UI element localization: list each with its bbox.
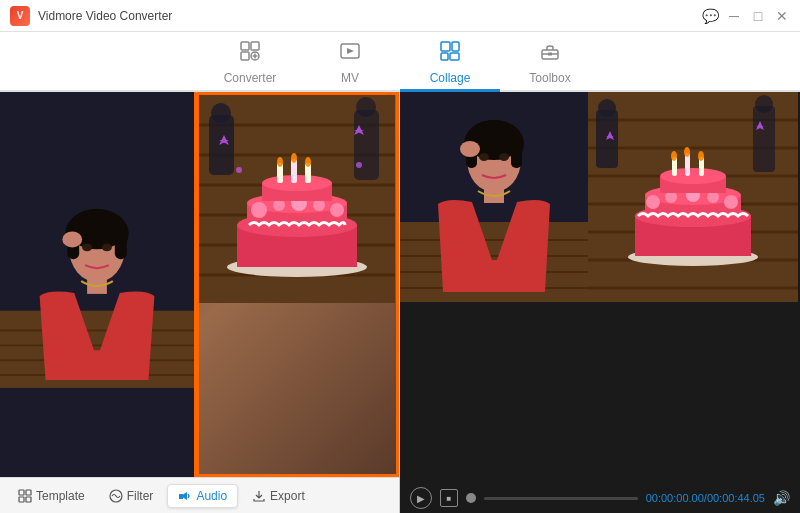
window-controls: 💬 ─ □ ✕ [702, 8, 790, 24]
app-logo: V [10, 6, 30, 26]
svg-point-37 [211, 103, 231, 123]
tab-collage[interactable]: Collage [400, 36, 500, 92]
svg-rect-24 [115, 229, 127, 259]
tab-converter-label: Converter [224, 71, 277, 85]
collage-cell-2[interactable]: ⊞ [196, 92, 399, 477]
svg-point-27 [102, 243, 112, 251]
audio-icon [178, 489, 192, 503]
volume-icon[interactable]: 🔊 [773, 490, 790, 506]
tab-toolbox[interactable]: Toolbox [500, 36, 600, 92]
svg-rect-65 [19, 497, 24, 502]
collage-icon [439, 40, 461, 67]
svg-point-93 [598, 99, 616, 117]
playback-bar: ▶ ■ 00:00:00.00/00:00:44.05 🔊 [400, 483, 800, 513]
toolbox-icon [539, 40, 561, 67]
stop-button[interactable]: ■ [440, 489, 458, 507]
svg-rect-7 [441, 42, 450, 51]
svg-point-114 [671, 151, 677, 161]
main-content: ⊞ [0, 92, 800, 513]
time-display: 00:00:00.00/00:00:44.05 [646, 492, 765, 504]
filter-label: Filter [127, 489, 154, 503]
svg-rect-79 [511, 140, 522, 168]
export-toolbar-label: Export [270, 489, 305, 503]
nav-tabs: Converter MV Collage [0, 32, 800, 92]
svg-rect-0 [241, 42, 249, 50]
template-icon [18, 489, 32, 503]
app-title: Vidmore Video Converter [38, 9, 172, 23]
close-icon[interactable]: ✕ [774, 8, 790, 24]
title-bar: V Vidmore Video Converter 💬 ─ □ ✕ [0, 0, 800, 32]
filter-icon [109, 489, 123, 503]
svg-point-61 [236, 167, 242, 173]
preview-cell-2 [588, 92, 800, 483]
title-bar-left: V Vidmore Video Converter [10, 6, 172, 26]
svg-point-59 [291, 153, 297, 163]
preview-area [400, 92, 800, 483]
svg-rect-8 [452, 42, 459, 51]
converter-icon [239, 40, 261, 67]
tab-toolbox-label: Toolbox [529, 71, 570, 85]
tab-converter[interactable]: Converter [200, 36, 300, 92]
filter-button[interactable]: Filter [99, 485, 164, 507]
svg-point-110 [660, 168, 726, 184]
progress-indicator [466, 493, 476, 503]
svg-point-95 [755, 95, 773, 113]
svg-point-60 [305, 157, 311, 167]
svg-point-107 [724, 195, 738, 209]
svg-point-81 [479, 153, 489, 161]
svg-point-51 [330, 203, 344, 217]
svg-rect-64 [26, 490, 31, 495]
svg-point-58 [277, 157, 283, 167]
preview-cell-1 [400, 92, 588, 483]
collage-edit-area: ⊞ [0, 92, 399, 477]
tab-mv[interactable]: MV [300, 36, 400, 92]
audio-button[interactable]: Audio [167, 484, 238, 508]
audio-label: Audio [196, 489, 227, 503]
mv-icon [339, 40, 361, 67]
svg-rect-94 [753, 106, 775, 172]
template-button[interactable]: Template [8, 485, 95, 507]
svg-point-28 [62, 231, 82, 247]
svg-rect-1 [251, 42, 259, 50]
svg-rect-2 [241, 52, 249, 60]
svg-point-83 [460, 141, 480, 157]
svg-rect-68 [179, 494, 183, 499]
collage-cell-1[interactable]: ⊞ [0, 92, 196, 477]
tab-collage-label: Collage [430, 71, 471, 85]
svg-point-26 [82, 243, 92, 251]
maximize-icon[interactable]: □ [750, 8, 766, 24]
left-panel: ⊞ [0, 92, 400, 513]
svg-rect-13 [548, 53, 552, 56]
video-preview-1 [0, 92, 194, 477]
minimize-icon[interactable]: ─ [726, 8, 742, 24]
svg-rect-38 [354, 110, 379, 180]
svg-point-103 [646, 195, 660, 209]
chat-icon[interactable]: 💬 [702, 8, 718, 24]
svg-rect-63 [19, 490, 24, 495]
tab-mv-label: MV [341, 71, 359, 85]
svg-point-115 [684, 147, 690, 157]
svg-rect-9 [441, 53, 448, 60]
left-toolbar: Template Filter Audio [0, 477, 399, 513]
svg-point-47 [251, 202, 267, 218]
svg-rect-36 [209, 115, 234, 175]
svg-rect-10 [450, 53, 459, 60]
svg-point-82 [499, 153, 509, 161]
progress-bar[interactable] [484, 497, 638, 500]
template-label: Template [36, 489, 85, 503]
export-icon [252, 489, 266, 503]
right-panel: ▶ ■ 00:00:00.00/00:00:44.05 🔊 [400, 92, 800, 513]
video-preview-2 [199, 95, 396, 474]
svg-rect-66 [26, 497, 31, 502]
export-toolbar-button[interactable]: Export [242, 485, 315, 507]
svg-point-39 [356, 97, 376, 117]
svg-point-116 [698, 151, 704, 161]
play-button[interactable]: ▶ [410, 487, 432, 509]
svg-point-62 [356, 162, 362, 168]
